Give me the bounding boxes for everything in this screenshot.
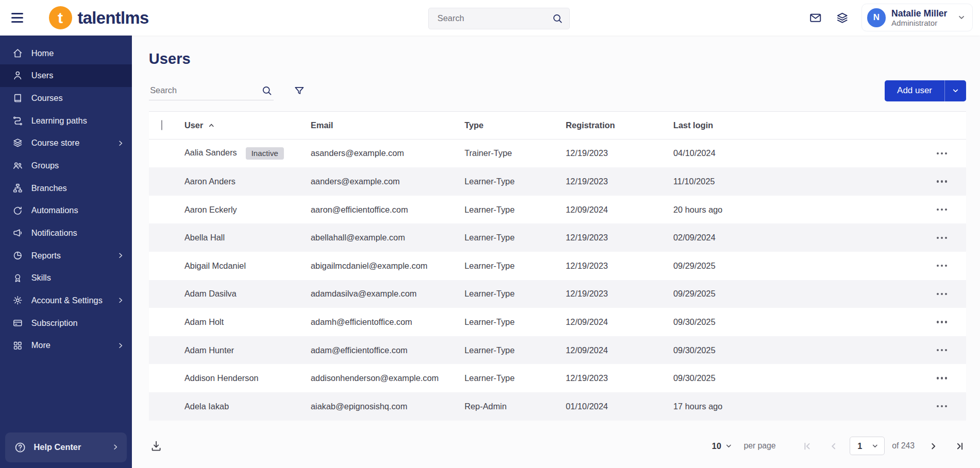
row-actions-icon[interactable]	[934, 289, 950, 299]
add-user-dropdown-button[interactable]	[944, 80, 966, 101]
sidebar-item-branches[interactable]: Branches	[0, 177, 132, 199]
sidebar-item-label: Learning paths	[31, 116, 125, 126]
per-page-label: per page	[744, 441, 775, 450]
row-actions-icon[interactable]	[934, 233, 950, 242]
sidebar-item-label: Home	[31, 48, 125, 58]
last-page-icon[interactable]	[953, 440, 966, 452]
sidebar-item-reports[interactable]: Reports	[0, 244, 132, 267]
table-row[interactable]: Aaron Eckerly aaron@efficientoffice.com …	[149, 196, 966, 224]
user-name[interactable]: Addison Henderson	[184, 373, 259, 383]
user-menu[interactable]: N Natalie Miller Administrator	[861, 4, 973, 31]
status-badge: Inactive	[246, 147, 284, 160]
page-number-dropdown[interactable]: 1	[850, 437, 885, 455]
user-name[interactable]: Adam Holt	[184, 317, 224, 326]
table-row[interactable]: Abella Hall abellahall@example.com Learn…	[149, 223, 966, 252]
row-actions-icon[interactable]	[934, 402, 950, 411]
talentlms-logo[interactable]: t talentlms	[49, 6, 149, 29]
sidebar-item-users[interactable]: Users	[0, 64, 132, 87]
sidebar-item-skills[interactable]: Skills	[0, 267, 132, 289]
column-header-type[interactable]: Type	[464, 112, 566, 139]
row-actions-icon[interactable]	[934, 373, 950, 383]
table-footer: 10 per page 1	[149, 437, 966, 455]
table-row[interactable]: Abigail Mcdaniel abigailmcdaniel@example…	[149, 252, 966, 280]
column-header-user[interactable]: User	[184, 120, 215, 130]
sidebar-item-more[interactable]: More	[0, 334, 132, 357]
table-search-input[interactable]	[149, 85, 260, 96]
sidebar-item-courses[interactable]: Courses	[0, 87, 132, 110]
user-email: addisonhenderson@example.com	[311, 364, 464, 392]
table-row[interactable]: Adam Dasilva adamdasilva@example.com Lea…	[149, 280, 966, 308]
column-header-email[interactable]: Email	[311, 112, 464, 139]
sidebar-item-account-settings[interactable]: Account & Settings	[0, 289, 132, 312]
app-window: t talentlms N Natalie Miller Administrat…	[0, 0, 980, 468]
row-actions-icon[interactable]	[934, 261, 950, 271]
sidebar: Home Users Courses Learning paths Course…	[0, 36, 132, 468]
user-last-login: 02/09/2024	[673, 223, 913, 252]
sidebar-item-help-center[interactable]: Help Center	[5, 432, 127, 462]
select-all-checkbox[interactable]	[161, 120, 162, 130]
course-stack-icon[interactable]	[835, 10, 850, 25]
avatar: N	[867, 8, 886, 27]
user-name[interactable]: Aaron Anders	[184, 177, 235, 186]
user-name[interactable]: Abella Hall	[184, 233, 225, 242]
user-email: adamh@efficientoffice.com	[311, 308, 464, 336]
user-name[interactable]: Abigail Mcdaniel	[184, 261, 246, 270]
main-content: Users Add user	[132, 36, 980, 468]
user-email: aaron@efficientoffice.com	[311, 196, 464, 224]
filter-icon[interactable]	[293, 84, 307, 98]
sidebar-item-learning-paths[interactable]: Learning paths	[0, 109, 132, 132]
table-row[interactable]: Addison Henderson addisonhenderson@examp…	[149, 364, 966, 392]
user-name[interactable]: Adam Dasilva	[184, 289, 236, 298]
user-type: Learner-Type	[464, 308, 566, 336]
hamburger-menu-icon[interactable]	[11, 10, 28, 26]
automations-icon	[12, 205, 23, 216]
global-search	[428, 8, 570, 29]
sidebar-item-subscription[interactable]: Subscription	[0, 311, 132, 334]
sidebar-item-label: Subscription	[31, 318, 125, 328]
add-user-button[interactable]: Add user	[885, 80, 944, 101]
users-icon	[12, 70, 23, 81]
user-name[interactable]: Adam Hunter	[184, 345, 234, 355]
messages-icon[interactable]	[808, 10, 823, 25]
sidebar-item-notifications[interactable]: Notifications	[0, 222, 132, 245]
table-search	[149, 81, 274, 100]
search-icon[interactable]	[551, 11, 565, 25]
user-name[interactable]: Adela Iakab	[184, 402, 229, 411]
user-registration: 12/19/2023	[566, 223, 673, 252]
user-type: Learner-Type	[464, 167, 566, 196]
column-header-registration[interactable]: Registration	[566, 112, 673, 139]
table-row[interactable]: Aalia SandersInactive asanders@example.c…	[149, 139, 966, 167]
row-actions-icon[interactable]	[934, 205, 950, 215]
first-page-icon[interactable]	[801, 440, 813, 452]
courses-icon	[12, 93, 23, 103]
sidebar-item-groups[interactable]: Groups	[0, 154, 132, 177]
next-page-icon[interactable]	[927, 440, 939, 452]
row-actions-icon[interactable]	[934, 345, 950, 355]
row-actions-icon[interactable]	[934, 317, 950, 327]
sidebar-item-home[interactable]: Home	[0, 42, 132, 64]
user-name[interactable]: Aaron Eckerly	[184, 205, 237, 214]
user-type: Learner-Type	[464, 252, 566, 280]
logo-icon: t	[49, 6, 72, 29]
sidebar-item-label: Course store	[31, 138, 109, 148]
page-size-dropdown[interactable]: 10	[712, 441, 733, 451]
sidebar-item-label: Courses	[31, 93, 125, 103]
sidebar-item-automations[interactable]: Automations	[0, 199, 132, 222]
download-icon[interactable]	[149, 439, 164, 454]
sidebar-item-course-store[interactable]: Course store	[0, 132, 132, 154]
chevron-down-icon	[871, 442, 879, 450]
top-header: t talentlms N Natalie Miller Administrat…	[0, 0, 980, 36]
global-search-input[interactable]	[436, 13, 551, 24]
table-row[interactable]: Adam Hunter adam@efficientoffice.com Lea…	[149, 336, 966, 365]
user-name[interactable]: Aalia Sanders	[184, 148, 237, 157]
row-actions-icon[interactable]	[934, 148, 950, 158]
table-row[interactable]: Aaron Anders aanders@example.com Learner…	[149, 167, 966, 196]
user-type: Learner-Type	[464, 223, 566, 252]
table-row[interactable]: Adela Iakab aiakab@epignosishq.com Rep-A…	[149, 392, 966, 421]
table-row[interactable]: Adam Holt adamh@efficientoffice.com Lear…	[149, 308, 966, 336]
user-registration: 12/19/2023	[566, 280, 673, 308]
column-header-last-login[interactable]: Last login	[673, 112, 913, 139]
search-icon[interactable]	[260, 83, 274, 97]
row-actions-icon[interactable]	[934, 177, 950, 186]
previous-page-icon[interactable]	[827, 440, 839, 452]
